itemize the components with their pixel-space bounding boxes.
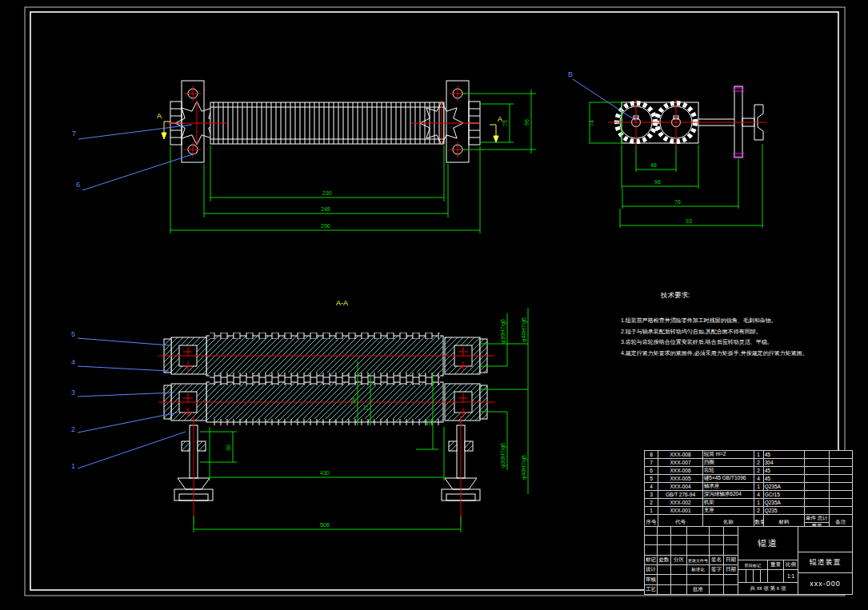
bom-remark	[829, 483, 852, 491]
tb-blank	[709, 584, 724, 595]
dimension-label: 93	[686, 218, 692, 224]
dimension-label: 75	[502, 120, 508, 126]
tech-requirement-line: 1.组装前严格检查并清除零件加工时残留的锐角、毛刺和杂物。	[621, 315, 845, 326]
bom-qty: 2	[754, 507, 763, 515]
bom-weight	[805, 499, 829, 507]
leader-label: 4	[71, 358, 75, 366]
bom-header-unit: 单件	[805, 515, 817, 523]
table-row: 6 XXX-006 齿轮 2 45	[645, 467, 853, 475]
bom-no: 8	[645, 451, 658, 459]
dimension-label: 430	[320, 470, 330, 476]
bom-no: 1	[645, 507, 658, 515]
bom-name: 支座	[702, 507, 754, 515]
dimension-label: 17	[363, 405, 369, 411]
bom-qty: 2	[754, 459, 763, 467]
cad-drawing-sheet: 230 248 296 75 96 A A 7 6	[0, 0, 868, 610]
bom-qty: 4	[754, 491, 763, 499]
bom-material: Q235A	[763, 483, 805, 491]
tb-check-label: 审核	[644, 574, 658, 585]
tech-requirement-line: 3.齿轮与齿轮按啮合位置安装好后,啮合后应转动灵活、平稳。	[621, 337, 845, 348]
bom-weight	[805, 451, 829, 459]
dimension-label: 248	[321, 206, 330, 212]
tb-blank	[686, 544, 710, 556]
dimension-label: 296	[321, 223, 330, 229]
bom-weight	[805, 467, 829, 475]
bom-name: 齿轮	[702, 467, 754, 475]
bom-code: XXX-007	[658, 459, 703, 467]
tb-process-label: 工艺	[644, 584, 658, 595]
dimension-label: 76	[674, 199, 681, 205]
drawing-number: xxx-000	[798, 572, 853, 595]
bom-remark	[829, 499, 852, 507]
tech-requirement-line: 4.规定拧紧力矩要求的紧固件,必须采用力矩扳手,并按规定的拧紧力矩紧固。	[621, 348, 845, 359]
bom-code: XXX-008	[658, 451, 703, 459]
tb-approve-label: 批准	[686, 584, 710, 595]
tb-org-name: 辊道装置	[798, 552, 853, 573]
leader-label: 5	[71, 330, 75, 338]
table-row: 5 XXX-005 键5×45 GB/T1096 4 45	[645, 475, 853, 483]
tb-sheet-info: 共 xx 张 第 x 张	[738, 582, 798, 595]
tb-blank	[670, 584, 687, 595]
bom-code: GB/T 276-94	[658, 491, 703, 499]
bom-weight	[805, 483, 829, 491]
b-leader-line	[573, 79, 636, 121]
bom-qty: 4	[754, 475, 763, 483]
bom-code: XXX-004	[658, 483, 703, 491]
tb-blank	[657, 544, 671, 556]
dimension-label: φ40H7/g6	[521, 317, 527, 342]
bom-weight	[805, 459, 829, 467]
bom-no: 2	[645, 499, 658, 507]
leader-label: 1	[71, 462, 75, 470]
tb-blank	[657, 574, 671, 585]
tb-blank	[657, 584, 671, 595]
bom-no: 3	[645, 491, 658, 499]
table-row: 8 XXX-008 辊筒 m=2 1 45	[645, 451, 853, 459]
bom-name: 键5×45 GB/T1096	[702, 475, 754, 483]
tb-blank	[798, 526, 853, 552]
bom-remark	[829, 475, 852, 483]
section-arrow-label-right: A	[498, 115, 502, 123]
bom-header-total: 总计	[817, 515, 829, 523]
bom-remark	[829, 451, 852, 459]
bom-no: 4	[645, 483, 658, 491]
section-arrow-label-left: A	[157, 112, 162, 120]
bom-no: 5	[645, 475, 658, 483]
bom-code: XXX-006	[658, 467, 703, 475]
dimension-label: 96	[654, 179, 661, 185]
dimension-label: 30	[226, 445, 231, 451]
bom-material: 45	[763, 451, 805, 459]
front-leader-lines	[78, 125, 198, 190]
leader-label: 7	[72, 130, 76, 138]
tb-blank	[723, 544, 738, 556]
bom-weight	[805, 491, 829, 499]
bom-material: Q235	[763, 507, 805, 515]
tb-blank	[644, 544, 658, 556]
bom-remark	[829, 491, 852, 499]
bom-code: XXX-005	[658, 475, 703, 483]
leader-label: 3	[71, 389, 75, 397]
bom-weight	[805, 507, 829, 515]
table-row: 2 XXX-002 机架 1 Q235A	[645, 499, 853, 507]
technical-requirements: 技术要求: 1.组装前严格检查并清除零件加工时残留的锐角、毛刺和杂物。 2.辊子…	[621, 291, 845, 358]
bom-qty: 1	[754, 499, 763, 507]
bom-remark	[829, 467, 852, 475]
bom-qty: 1	[754, 483, 763, 491]
bom-name: 机架	[702, 499, 754, 507]
dimension-label: 508	[320, 522, 330, 528]
dimension-label: 50	[426, 419, 431, 425]
dimension-label: φ40H7/g6	[521, 455, 527, 480]
dimension-label: φ30H7/g6	[500, 443, 506, 468]
tb-blank	[709, 544, 724, 556]
bom-table: 8 XXX-008 辊筒 m=2 1 45 7 XXX-007 挡圈 2 304…	[644, 450, 853, 531]
bom-material: 304	[763, 459, 805, 467]
dimension-label: φ30H7/g6	[500, 319, 506, 344]
leader-label: 2	[71, 425, 75, 433]
bom-material: Q235A	[763, 499, 805, 507]
bom-remark	[829, 507, 852, 515]
bom-qty: 2	[754, 467, 763, 475]
tb-blank	[670, 544, 687, 556]
bom-material: 45	[763, 467, 805, 475]
dimension-label: 38	[350, 397, 356, 404]
dimension-label: 96	[524, 119, 530, 126]
tb-blank	[670, 574, 687, 585]
